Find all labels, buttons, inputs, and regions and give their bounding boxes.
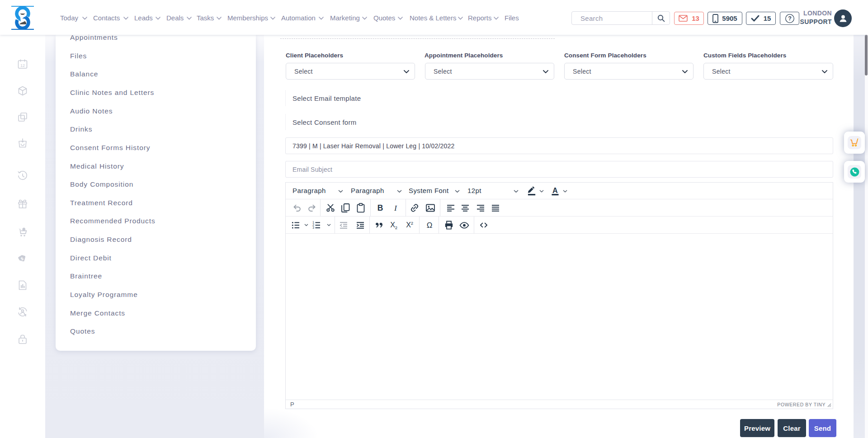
svg-text:12: 12: [20, 63, 25, 68]
